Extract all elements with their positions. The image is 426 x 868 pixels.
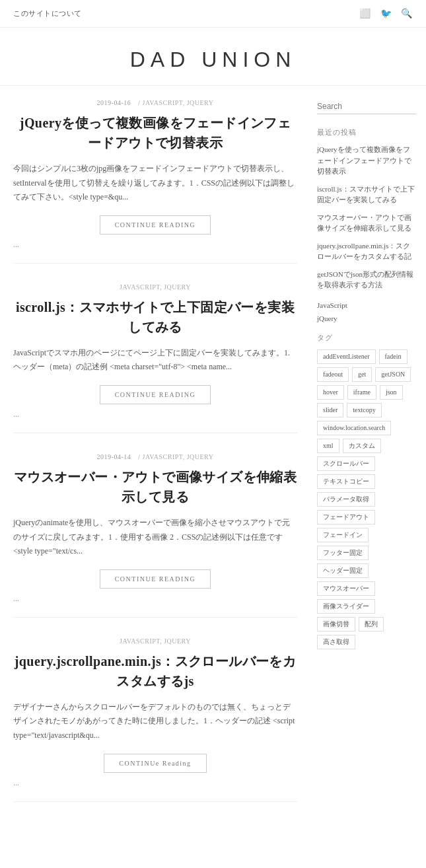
tags-section: タグ addEventListenerfadeinfadeoutgetgetJS… (317, 333, 416, 649)
top-nav: このサイトについて ⬜ 🐦 🔍 (0, 0, 426, 28)
sidebar: 最近の投稿 jQueryを使って複数画像をフェードインフェードアウトで切替表示 … (310, 86, 426, 835)
recent-posts-list: jQueryを使って複数画像をフェードインフェードアウトで切替表示 iscrol… (317, 144, 416, 291)
tag-item[interactable]: 画像スライダー (317, 599, 375, 614)
tag-item[interactable]: json (380, 385, 403, 400)
article-1-continue-wrap: CONTINUE READING (13, 215, 297, 235)
article-4-title: jquery.jscrollpane.min.js：スクロールバーをカスタムする… (13, 651, 297, 691)
layout: 2019-04-16 / JAVASCRIPT, JQUERY jQueryを使… (0, 86, 426, 835)
search-input[interactable] (317, 99, 416, 114)
article-3-date: 2019-04-14 (97, 453, 131, 460)
tag-item[interactable]: スクロールバー (317, 456, 375, 471)
article-2-dots: ... (13, 410, 297, 419)
tag-item[interactable]: カスタム (343, 439, 381, 453)
article-1-dots: ... (13, 240, 297, 250)
site-title: DAD UNION (13, 48, 413, 72)
search-icon[interactable]: 🔍 (401, 8, 413, 19)
article-3-title: マウスオーバー・アウトで画像サイズを伸縮表示して見る (13, 467, 297, 507)
tag-item[interactable]: fadeout (317, 367, 349, 382)
article-1-excerpt: 今回はシンプルに3枚のjpg画像をフェードインフェードアウトで切替表示し、set… (13, 162, 297, 205)
tag-item[interactable]: addEventListener (317, 349, 376, 364)
article-3-cats: JAVASCRIPT, JQUERY (143, 453, 214, 460)
tag-item[interactable]: getJSON (375, 367, 411, 382)
article-4-cats: JAVASCRIPT, JQUERY (120, 637, 191, 645)
tag-item[interactable]: slider (317, 403, 343, 417)
tag-item[interactable]: get (352, 367, 372, 382)
article-2-continue-reading[interactable]: CONTINUE READING (100, 385, 211, 404)
tag-item[interactable]: テキストコピー (317, 474, 375, 489)
tag-item[interactable]: 配列 (359, 617, 384, 632)
article-3: 2019-04-14 / JAVASCRIPT, JQUERY マウスオーバー・… (13, 453, 297, 618)
article-3-dots: ... (13, 594, 297, 604)
sidebar-search[interactable] (317, 99, 416, 114)
tag-item[interactable]: textcopy (347, 403, 381, 417)
article-2-meta: JAVASCRIPT, JQUERY (13, 283, 297, 291)
tag-item[interactable]: hover (317, 385, 344, 400)
tag-item[interactable]: フッター固定 (317, 546, 369, 560)
article-2-continue-wrap: CONTINUE READING (13, 385, 297, 404)
article-1-continue-reading[interactable]: CONTINUE READING (100, 215, 211, 235)
tag-item[interactable]: フェードアウト (317, 510, 375, 524)
article-2-excerpt: JavaScriptでスマホ用のページにてページ上下に固定バーを実装してみます。… (13, 346, 297, 375)
article-3-continue-wrap: CONTINUE READING (13, 569, 297, 589)
main-content: 2019-04-16 / JAVASCRIPT, JQUERY jQueryを使… (0, 86, 310, 835)
social-icons: ⬜ 🐦 🔍 (359, 8, 413, 19)
tag-item[interactable]: iframe (347, 385, 376, 400)
tag-item[interactable]: window.location.search (317, 421, 391, 435)
tag-item[interactable]: パラメータ取得 (317, 492, 375, 507)
article-1: 2019-04-16 / JAVASCRIPT, JQUERY jQueryを使… (13, 99, 297, 264)
twitter-icon[interactable]: 🐦 (380, 8, 392, 19)
article-4: JAVASCRIPT, JQUERY jquery.jscrollpane.mi… (13, 637, 297, 802)
recent-post-2[interactable]: マウスオーバー・アウトで画像サイズを伸縮表示して見る (317, 212, 416, 234)
tag-item[interactable]: xml (317, 439, 339, 453)
article-2-cats: JAVASCRIPT, JQUERY (120, 283, 191, 291)
tag-item[interactable]: マウスオーバー (317, 581, 375, 596)
about-link-text[interactable]: このサイトについて (13, 9, 82, 17)
site-header: DAD UNION (0, 28, 426, 86)
categories-list: JavaScript jQuery (317, 301, 416, 322)
about-link[interactable]: このサイトについて (13, 9, 82, 18)
cat-javascript[interactable]: JavaScript (317, 301, 416, 309)
recent-post-0[interactable]: jQueryを使って複数画像をフェードインフェードアウトで切替表示 (317, 144, 416, 177)
instagram-icon[interactable]: ⬜ (359, 8, 371, 19)
tag-item[interactable]: 高さ取得 (317, 635, 355, 649)
article-3-meta: 2019-04-14 / JAVASCRIPT, JQUERY (13, 453, 297, 460)
recent-post-4[interactable]: getJSONでjson形式の配列情報を取得表示する方法 (317, 269, 416, 291)
article-1-meta: 2019-04-16 / JAVASCRIPT, JQUERY (13, 99, 297, 106)
tag-item[interactable]: fadein (379, 349, 408, 364)
article-4-excerpt: デザイナーさんからスクロールバーをデフォルトのものでは無く、ちょっとデザインされ… (13, 700, 297, 743)
tag-item[interactable]: 画像切替 (317, 617, 355, 632)
article-1-date: 2019-04-16 (97, 99, 131, 106)
article-4-dots: ... (13, 778, 297, 788)
article-3-excerpt: jQueryのanimateを使用し、マウスオーバーで画像を縮小させマウスアウト… (13, 516, 297, 559)
article-2: JAVASCRIPT, JQUERY iscroll.js：スマホサイトで上下固… (13, 283, 297, 433)
tag-item[interactable]: ヘッダー固定 (317, 563, 369, 578)
article-4-continue-reading[interactable]: CONTINUe Reading (104, 754, 206, 773)
tags-cloud: addEventListenerfadeinfadeoutgetgetJSONh… (317, 349, 416, 649)
article-1-cats: JAVASCRIPT, JQUERY (143, 99, 214, 106)
article-2-title: iscroll.js：スマホサイトで上下固定バーを実装してみる (13, 297, 297, 337)
article-3-continue-reading[interactable]: CONTINUE READING (100, 569, 211, 589)
tag-item[interactable]: フェードイン (317, 528, 369, 542)
recent-posts-title: 最近の投稿 (317, 127, 416, 137)
tags-title: タグ (317, 333, 416, 343)
cat-jquery[interactable]: jQuery (317, 314, 416, 322)
article-1-title: jQueryを使って複数画像をフェードインフェードアウトで切替表示 (13, 113, 297, 153)
recent-post-1[interactable]: iscroll.js：スマホサイトで上下固定バーを実装してみる (317, 184, 416, 205)
recent-post-3[interactable]: jquery.jscrollpane.min.js：スクロールバーをカスタムする… (317, 240, 416, 262)
article-4-continue-wrap: CONTINUe Reading (13, 754, 297, 773)
article-4-meta: JAVASCRIPT, JQUERY (13, 637, 297, 645)
